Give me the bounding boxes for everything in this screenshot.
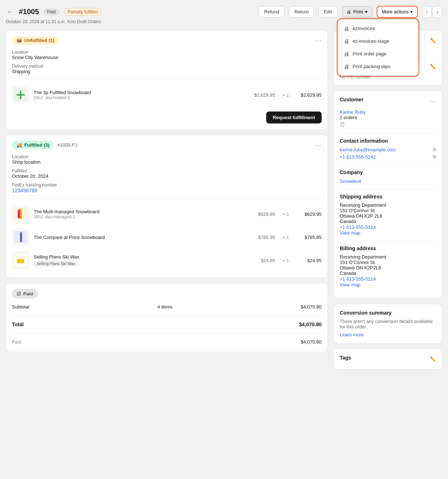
notes-edit-icon[interactable]: ✏️ [430,38,436,43]
prev-order-button[interactable]: ‹ [422,6,432,18]
dropdown-item-print-order[interactable]: 🖨 Print order page [339,47,418,60]
company-name-link[interactable]: Snowdevil [340,178,361,184]
fulfilled-location-value: Shop location [12,159,322,165]
customer-title: Customer [340,97,363,102]
shipping-title: Shipping address [340,194,436,199]
return-button[interactable]: Return [289,6,314,17]
product-total-1: $629.95 [296,211,322,217]
copy-email-icon[interactable]: ⧉ [433,147,436,152]
customer-phone-link[interactable]: +1 613-555-0142 [340,154,376,160]
print-menu: 🖨 ezInvoices 🖨 ez-invoices-stage 🖨 Print… [338,20,418,75]
truck-icon: 🚚 [16,142,22,148]
fulfilled-order-id: #1005-F1 [57,142,78,148]
contact-title: Contact information [340,138,436,144]
product-image-3 [12,252,29,269]
tracking-link[interactable]: 123456789 [12,188,37,193]
printer-icon: 🖨 [347,9,351,14]
product-info: The 3p Fulfilled Snowboard SKU: sku-host… [34,90,250,100]
conversion-text: There aren't any conversion details avai… [340,319,436,329]
billing-phone-link[interactable]: +1 613-555-0114 [340,276,376,282]
dropdown-item-ezinvoices-stage[interactable]: 🖨 ez-invoices-stage [339,35,418,47]
unfulfilled-badge: 📦 Unfulfilled (1) [12,36,59,45]
tags-title: Tags [340,355,351,361]
printer-icon: 🖨 [344,38,349,44]
product-image-2 [12,228,29,246]
refund-button[interactable]: Refund [259,6,285,17]
print-dropdown: 🖨 Print ▾ 🖨 ezInvoices 🖨 ez-invoices-sta… [342,6,373,17]
dropdown-item-ezinvoices[interactable]: 🖨 ezInvoices [339,22,418,35]
print-button[interactable]: 🖨 Print ▾ [342,6,373,17]
fulfilled-product-row-1: The Multi-managed Snowboard SKU: sku-man… [12,202,322,226]
product-qty-1: × 1 [280,211,292,217]
svg-rect-7 [20,232,22,242]
copy-phone-icon[interactable]: ⧉ [433,154,436,160]
location-value: Snow City Warehouse [12,55,322,60]
more-actions-button[interactable]: More actions ▾ [377,6,418,18]
edit-button[interactable]: Edit [318,6,337,17]
tags-edit-icon[interactable]: ✏️ [430,356,436,362]
shipping-line2: 151 O'Connor St [340,208,436,213]
printer-icon: 🖨 [344,51,349,57]
svg-rect-9 [17,259,24,263]
dropdown-item-label: Print order page [353,51,386,56]
sku-tag-3: Selling Plans Ski Wax [34,261,78,266]
shipping-line3: Ottawa ON K2P 2L8 [340,213,436,219]
fulfilled-product-row-3: Selling Plans Ski Wax Selling Plans Ski … [12,249,322,272]
fulfilled-more-icon[interactable]: ⋯ [315,141,322,149]
unfulfilled-more-icon[interactable]: ⋯ [315,37,322,45]
billing-line2: 151 O'Connor St [340,260,436,265]
printer-icon: 🖨 [344,63,349,70]
billing-line1: Receiving Department [340,254,436,260]
svg-rect-2 [16,94,25,96]
subtotal-items: 4 items [157,304,172,310]
dropdown-item-label: Print packing slips [353,64,391,69]
dropdown-item-label: ez-invoices-stage [353,38,389,44]
unfulfilled-product-row: The 3p Fulfilled Snowboard SKU: sku-host… [12,83,322,106]
fulfilled-badge: 🚚 Fulfilled (3) [12,141,54,149]
shipping-map-link[interactable]: View map [340,230,360,236]
shipping-phone-link[interactable]: +1 613-555-0114 [340,224,376,230]
print-label: Print [353,9,363,14]
chevron-down-icon: ▾ [365,9,368,14]
customer-more-icon[interactable]: ⋯ [430,97,436,105]
product-name-3: Selling Plans Ski Wax [34,254,256,260]
total-label: Total [12,322,24,327]
shipping-section: Shipping address Receiving Department 15… [340,194,436,236]
phone-row: +1 613-555-0142 ⧉ [340,154,436,160]
customer-email-link[interactable]: karine.ruby@example.com [340,147,396,152]
location-label: Location [12,50,322,55]
next-order-button[interactable]: › [432,6,442,18]
customer-card: Customer ⋯ Karine Ruby 2 orders 🗒 Contac… [334,91,442,299]
delivery-label: Delivery method [12,64,322,69]
product-price-2: $785.95 [258,235,275,240]
product-total-2: $785.95 [296,235,322,240]
product-image [12,86,29,104]
subtotal-value: $4,070.80 [301,304,322,310]
customer-name-link[interactable]: Karine Ruby [340,109,366,115]
partial-badge: Partially fulfilled [64,8,102,16]
product-name-1: The Multi-managed Snowboard [34,209,254,214]
shipping-line1: Receiving Department [340,202,436,208]
product-image-1 [12,205,29,223]
delivery-value: Shipping [12,69,322,74]
request-fulfillment-button[interactable]: Request fulfillment [266,112,322,123]
nav-buttons: ‹ › [422,6,442,18]
back-button[interactable]: ← [6,7,14,17]
paid-check-icon: ☑ [17,291,21,297]
learn-more-link[interactable]: Learn more [340,332,364,337]
tracking-label: FedEx tracking number [12,182,322,188]
customer-name-section: Karine Ruby 2 orders 🗒 [340,109,436,128]
order-title: #1005 [19,8,39,16]
fulfilled-header: 🚚 Fulfilled (3) #1005-F1 [12,141,78,149]
fulfilled-location-label: Location [12,154,322,159]
po-edit-icon[interactable]: ✏️ [430,64,436,70]
billing-country: Canada [340,270,436,276]
tags-card: Tags ✏️ [334,349,442,370]
dropdown-item-print-packing[interactable]: 🖨 Print packing slips [339,60,418,73]
chevron-down-icon: ▾ [410,9,413,14]
fulfilled-product-row-2: The Compare at Price Snowboard $785.95 ×… [12,226,322,249]
customer-note-icon: 🗒 [340,122,346,128]
product-price-3: $24.95 [261,258,275,263]
total-value: $4,070.80 [299,322,322,327]
billing-map-link[interactable]: View map [340,282,360,287]
